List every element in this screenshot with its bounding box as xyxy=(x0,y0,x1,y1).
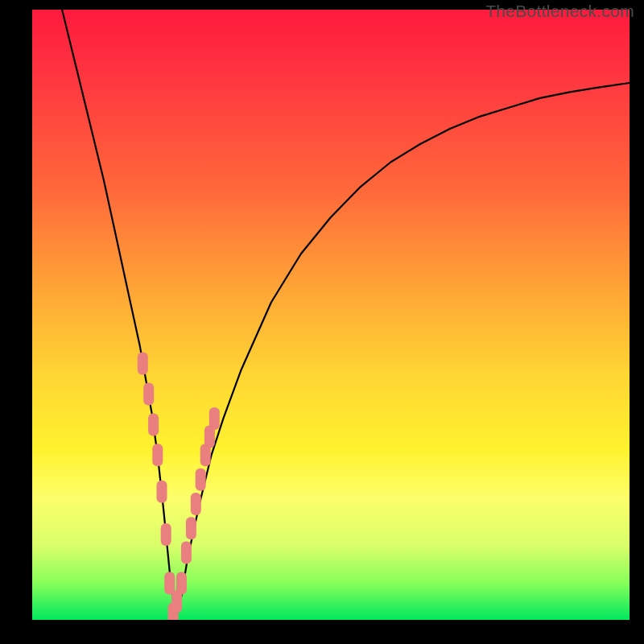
marker-point xyxy=(161,523,171,546)
marker-point xyxy=(157,481,167,503)
plot-area xyxy=(32,10,630,620)
marker-cluster xyxy=(138,353,220,620)
marker-point xyxy=(164,572,175,595)
bottleneck-curve xyxy=(62,10,630,620)
marker-point xyxy=(138,353,148,375)
marker-point xyxy=(186,517,196,539)
marker-point xyxy=(148,413,159,436)
marker-point xyxy=(181,542,192,564)
chart-svg xyxy=(32,10,630,620)
marker-point xyxy=(196,469,206,491)
marker-point xyxy=(143,383,154,406)
marker-point xyxy=(152,444,163,466)
chart-frame: TheBottleneck.com xyxy=(0,0,644,644)
marker-point xyxy=(191,493,201,515)
marker-point xyxy=(176,572,187,595)
watermark-text: TheBottleneck.com xyxy=(485,2,634,21)
marker-point xyxy=(209,407,220,430)
